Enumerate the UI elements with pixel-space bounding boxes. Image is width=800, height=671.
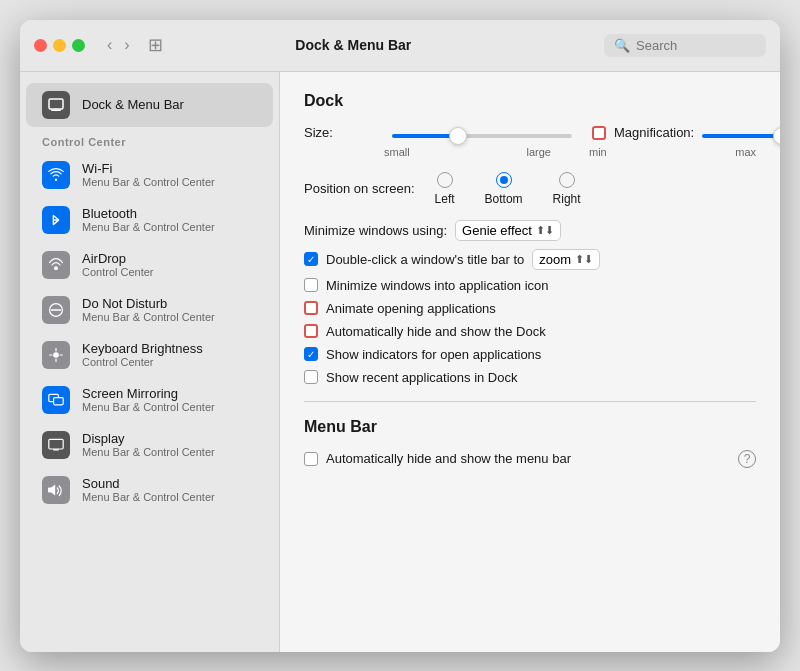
show-recent-row: Show recent applications in Dock (304, 370, 756, 385)
minimize-into-app-row: Minimize windows into application icon (304, 278, 756, 293)
menubar-section-title: Menu Bar (304, 418, 756, 436)
svg-rect-1 (51, 109, 61, 111)
show-indicators-checkbox[interactable] (304, 347, 318, 361)
dock-section-title: Dock (304, 92, 756, 110)
wifi-sublabel: Menu Bar & Control Center (82, 176, 215, 188)
position-left-label: Left (435, 192, 455, 206)
position-left-radio[interactable] (437, 172, 453, 188)
minimize-row: Minimize windows using: Genie effect ⬆⬇ (304, 220, 756, 241)
minimize-button[interactable] (53, 39, 66, 52)
double-click-row: Double-click a window's title bar to zoo… (304, 249, 756, 270)
svg-rect-11 (49, 439, 63, 449)
close-button[interactable] (34, 39, 47, 52)
size-label: Size: (304, 125, 384, 140)
position-bottom[interactable]: Bottom (485, 172, 523, 206)
position-right-label: Right (553, 192, 581, 206)
sidebar-item-dock-menu-bar[interactable]: Dock & Menu Bar (26, 83, 273, 127)
size-large-label: large (527, 146, 551, 158)
sound-icon (42, 476, 70, 504)
help-button[interactable]: ? (738, 450, 756, 468)
sidebar: Dock & Menu Bar Control Center Wi-Fi Men… (20, 72, 280, 652)
minimize-into-app-checkbox[interactable] (304, 278, 318, 292)
animate-checkbox[interactable] (304, 301, 318, 315)
magnification-label: Magnification: (614, 125, 694, 140)
maximize-button[interactable] (72, 39, 85, 52)
autohide-row: Automatically hide and show the Dock (304, 324, 756, 339)
size-slider[interactable] (392, 134, 572, 138)
sidebar-item-sound[interactable]: Sound Menu Bar & Control Center (26, 468, 273, 512)
screenmirror-sublabel: Menu Bar & Control Center (82, 401, 215, 413)
sound-text: Sound Menu Bar & Control Center (82, 476, 215, 503)
magnification-slider[interactable] (702, 134, 780, 138)
sound-label: Sound (82, 476, 215, 491)
svg-rect-10 (54, 397, 64, 404)
keyboard-brightness-icon (42, 341, 70, 369)
sidebar-item-airdrop[interactable]: AirDrop Control Center (26, 243, 273, 287)
position-left[interactable]: Left (435, 172, 455, 206)
screenmirror-icon (42, 386, 70, 414)
keyboard-brightness-sublabel: Control Center (82, 356, 203, 368)
size-small-label: small (384, 146, 410, 158)
double-click-effect-arrow: ⬆⬇ (575, 253, 593, 266)
minimize-effect-select[interactable]: Genie effect ⬆⬇ (455, 220, 561, 241)
donotdisturb-label: Do Not Disturb (82, 296, 215, 311)
display-sublabel: Menu Bar & Control Center (82, 446, 215, 458)
bluetooth-text: Bluetooth Menu Bar & Control Center (82, 206, 215, 233)
sidebar-item-donotdisturb[interactable]: Do Not Disturb Menu Bar & Control Center (26, 288, 273, 332)
double-click-effect-select[interactable]: zoom ⬆⬇ (532, 249, 600, 270)
double-click-effect-value: zoom (539, 252, 571, 267)
minimize-into-app-label: Minimize windows into application icon (326, 278, 549, 293)
svg-rect-0 (49, 99, 63, 109)
content-area: Dock & Menu Bar Control Center Wi-Fi Men… (20, 72, 780, 652)
position-right-radio[interactable] (559, 172, 575, 188)
airdrop-icon (42, 251, 70, 279)
show-recent-label: Show recent applications in Dock (326, 370, 518, 385)
sidebar-item-bluetooth[interactable]: Bluetooth Menu Bar & Control Center (26, 198, 273, 242)
position-right[interactable]: Right (553, 172, 581, 206)
double-click-checkbox[interactable] (304, 252, 318, 266)
wifi-icon (42, 161, 70, 189)
magnification-checkbox[interactable] (592, 126, 606, 140)
position-radio-group: Left Bottom Right (435, 172, 581, 206)
position-label: Position on screen: (304, 181, 415, 196)
sidebar-item-wifi[interactable]: Wi-Fi Menu Bar & Control Center (26, 153, 273, 197)
search-box[interactable]: 🔍 (604, 34, 766, 57)
autohide-menubar-checkbox[interactable] (304, 452, 318, 466)
minimize-label: Minimize windows using: (304, 223, 447, 238)
sidebar-item-display[interactable]: Display Menu Bar & Control Center (26, 423, 273, 467)
autohide-menubar-row: Automatically hide and show the menu bar… (304, 450, 756, 468)
search-input[interactable] (636, 38, 756, 53)
screenmirror-text: Screen Mirroring Menu Bar & Control Cent… (82, 386, 215, 413)
main-panel: Dock Size: Magnification: (280, 72, 780, 652)
sound-sublabel: Menu Bar & Control Center (82, 491, 215, 503)
airdrop-label: AirDrop (82, 251, 154, 266)
display-text: Display Menu Bar & Control Center (82, 431, 215, 458)
donotdisturb-icon (42, 296, 70, 324)
mag-min-label: min (589, 146, 607, 158)
double-click-label: Double-click a window's title bar to (326, 252, 524, 267)
show-indicators-label: Show indicators for open applications (326, 347, 541, 362)
mag-max-label: max (735, 146, 756, 158)
autohide-menubar-label: Automatically hide and show the menu bar (326, 451, 571, 466)
dock-menu-bar-text: Dock & Menu Bar (82, 97, 184, 112)
minimize-effect-arrow: ⬆⬇ (536, 224, 554, 237)
autohide-label: Automatically hide and show the Dock (326, 324, 546, 339)
minimize-effect-value: Genie effect (462, 223, 532, 238)
donotdisturb-text: Do Not Disturb Menu Bar & Control Center (82, 296, 215, 323)
window-title: Dock & Menu Bar (113, 37, 594, 53)
keyboard-brightness-text: Keyboard Brightness Control Center (82, 341, 203, 368)
main-window: ‹ › ⊞ Dock & Menu Bar 🔍 Dock & Menu Bar … (20, 20, 780, 652)
show-recent-checkbox[interactable] (304, 370, 318, 384)
titlebar: ‹ › ⊞ Dock & Menu Bar 🔍 (20, 20, 780, 72)
airdrop-sublabel: Control Center (82, 266, 154, 278)
donotdisturb-sublabel: Menu Bar & Control Center (82, 311, 215, 323)
position-bottom-dot (500, 176, 508, 184)
display-label: Display (82, 431, 215, 446)
position-bottom-radio[interactable] (496, 172, 512, 188)
svg-point-2 (54, 266, 58, 270)
airdrop-text: AirDrop Control Center (82, 251, 154, 278)
sidebar-item-screenmirror[interactable]: Screen Mirroring Menu Bar & Control Cent… (26, 378, 273, 422)
show-indicators-row: Show indicators for open applications (304, 347, 756, 362)
sidebar-item-keyboard-brightness[interactable]: Keyboard Brightness Control Center (26, 333, 273, 377)
autohide-checkbox[interactable] (304, 324, 318, 338)
